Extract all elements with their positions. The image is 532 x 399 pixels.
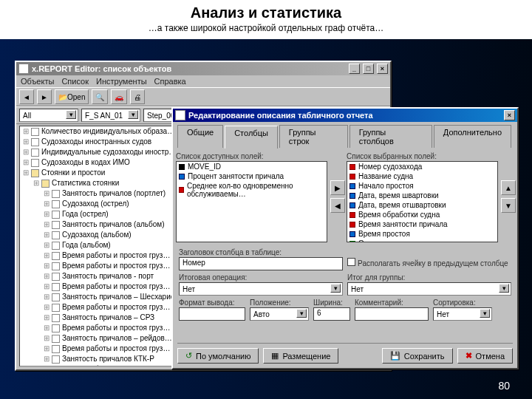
dialog-icon: [175, 110, 185, 120]
sort-label: Сортировка:: [433, 299, 492, 307]
app-icon: [18, 64, 29, 74]
tab-2[interactable]: Группы строк: [279, 125, 348, 148]
comment-field[interactable]: [355, 307, 429, 321]
list-item[interactable]: Начало простоя: [347, 181, 497, 191]
move-up-button[interactable]: ▲: [501, 180, 516, 195]
available-fields-list[interactable]: MOVE_IDПроцент занятости причалаСреднее …: [176, 161, 327, 242]
toolbar-print-icon[interactable]: 🖨: [130, 89, 145, 104]
grp-combo[interactable]: Нет: [347, 282, 511, 296]
tab-4[interactable]: Дополнительно: [434, 125, 511, 148]
grp-label: Итог для группы:: [347, 273, 511, 282]
editor-titlebar[interactable]: x.REPORT Editor: список объектов _ □ ×: [16, 62, 390, 75]
list-item[interactable]: Название судна: [347, 171, 497, 181]
editor-toolbar: ◄ ► 📂 Open 🔍 🚗 🖨: [16, 87, 390, 106]
list-item[interactable]: Время обработки судна: [347, 210, 497, 219]
list-item[interactable]: Дата, время швартовки: [347, 191, 497, 200]
comment-label: Комментарий:: [355, 299, 429, 307]
save-button[interactable]: 💾Сохранить: [382, 348, 453, 364]
header-label: Заголовок столбца в таблице:: [179, 248, 343, 256]
list-item[interactable]: Среднее кол-во одновременно обслуживаемы…: [177, 181, 327, 199]
available-fields-label: Список доступных полей:: [176, 152, 327, 160]
move-left-button[interactable]: ◀: [330, 198, 345, 213]
layout-button[interactable]: ▦Размещение: [263, 348, 338, 364]
open-label: Open: [67, 93, 85, 101]
dialog-tabs: ОбщиеСтолбцыГруппы строкГруппы столбцовД…: [173, 122, 517, 148]
dialog-window: Редактирование описания табличного отчет…: [171, 107, 519, 369]
list-item[interactable]: Дата, время отшвартовки: [347, 200, 497, 210]
menu-item[interactable]: Список: [61, 77, 89, 86]
editor-menubar: ОбъектыСписокИнструментыСправка: [16, 75, 390, 87]
toolbar-fwd-icon[interactable]: ►: [37, 89, 52, 104]
dialog-title: Редактирование описания табличного отчет…: [188, 111, 373, 120]
slide-subtitle: …а также широкой настройкой отдельных гр…: [0, 23, 532, 39]
toolbar-open-button[interactable]: 📂 Open: [55, 89, 89, 104]
list-item[interactable]: Номер судозахода: [347, 162, 497, 171]
toolbar-car-icon[interactable]: 🚗: [111, 89, 127, 104]
combo-all[interactable]: All: [19, 109, 78, 122]
list-item[interactable]: MOVE_ID: [177, 162, 327, 171]
combo-fsan[interactable]: F_S AN_01: [81, 109, 140, 122]
tab-0[interactable]: Общие: [177, 125, 223, 148]
selected-fields-label: Список выбранных полей:: [347, 152, 498, 160]
agg-combo[interactable]: Нет: [179, 282, 343, 296]
editor-title: x.REPORT Editor: список объектов: [32, 64, 171, 73]
selected-fields-list[interactable]: Номер судозаходаНазвание суднаНачало про…: [347, 161, 498, 242]
pos-label: Положение:: [250, 299, 309, 307]
save-icon: 💾: [390, 351, 400, 361]
width-label: Ширина:: [313, 299, 350, 307]
slide-title: Анализ и статистика: [0, 0, 532, 23]
page-number: 80: [498, 380, 510, 392]
tab-3[interactable]: Группы столбцов: [349, 125, 432, 148]
list-item[interactable]: Время занятости причала: [347, 219, 497, 229]
move-down-button[interactable]: ▼: [501, 198, 516, 213]
pos-combo[interactable]: Авто: [250, 307, 309, 321]
default-button[interactable]: ↺По умолчанию: [177, 348, 259, 364]
menu-item[interactable]: Объекты: [21, 77, 54, 86]
cancel-button[interactable]: ✖Отмена: [457, 348, 513, 364]
list-item[interactable]: Процент занятости причала: [177, 171, 327, 181]
minimize-button[interactable]: _: [349, 64, 360, 74]
fmt-field[interactable]: [179, 307, 245, 321]
fmt-label: Формат вывода:: [179, 299, 245, 307]
move-right-button[interactable]: ▶: [330, 180, 345, 195]
menu-item[interactable]: Инструменты: [96, 77, 147, 86]
toolbar-search-icon[interactable]: 🔍: [92, 89, 108, 104]
close-button[interactable]: ×: [377, 64, 388, 74]
cancel-icon: ✖: [466, 351, 472, 361]
list-item[interactable]: Операция, груз: [347, 239, 497, 242]
prev-col-label: Располагать ячейку в предыдущем столбце: [358, 259, 508, 267]
toolbar-back-icon[interactable]: ◄: [19, 89, 34, 104]
header-field[interactable]: Номер: [179, 257, 343, 270]
dialog-titlebar[interactable]: Редактирование описания табличного отчет…: [173, 109, 517, 122]
maximize-button[interactable]: □: [363, 64, 374, 74]
list-item[interactable]: Время простоя: [347, 229, 497, 239]
menu-item[interactable]: Справка: [154, 77, 186, 86]
tab-1[interactable]: Столбцы: [225, 126, 278, 149]
prev-col-checkbox[interactable]: [347, 258, 355, 266]
width-field[interactable]: 6: [313, 307, 350, 321]
sort-combo[interactable]: Нет: [433, 307, 492, 321]
agg-label: Итоговая операция:: [179, 273, 343, 282]
dialog-close-button[interactable]: ×: [504, 110, 515, 120]
